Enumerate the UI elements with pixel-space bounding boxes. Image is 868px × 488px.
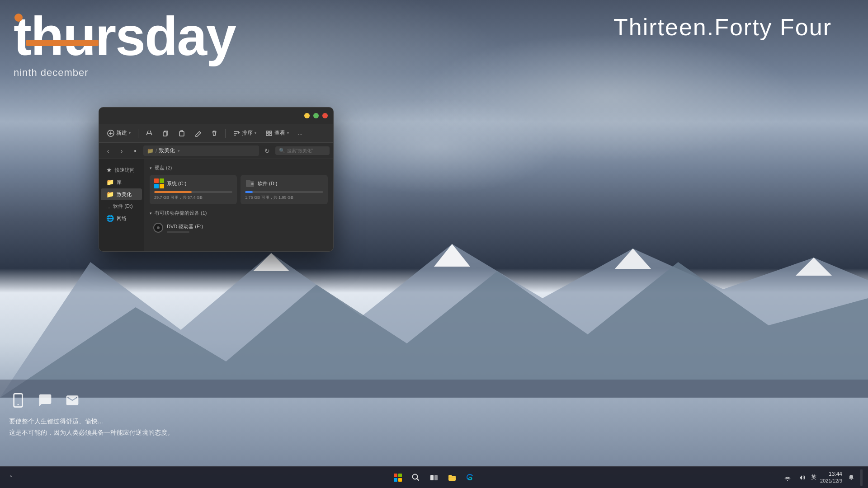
svg-rect-10 xyxy=(163,132,167,136)
clock-display[interactable]: 13:44 2021/12/9 xyxy=(820,471,842,484)
widget-icon-row xyxy=(9,391,174,409)
refresh-button[interactable]: ↻ xyxy=(262,145,273,156)
software-d-label: 软件 (D:) xyxy=(113,203,132,210)
drive-c-info: 29.7 GB 可用，共 57.4 GB xyxy=(154,195,232,201)
speaker-tray-icon[interactable] xyxy=(797,472,807,483)
drive-d-progress xyxy=(245,191,323,193)
drives-section-header: ▾ 硬盘 (2) xyxy=(150,164,328,171)
mail-widget-icon[interactable] xyxy=(63,391,81,409)
phone-widget-icon[interactable] xyxy=(9,391,27,409)
svg-rect-13 xyxy=(269,131,272,133)
notification-button[interactable] xyxy=(846,472,857,483)
paste-button[interactable] xyxy=(175,128,189,139)
network-label: 网络 xyxy=(117,215,127,222)
close-button[interactable] xyxy=(322,113,328,118)
drive-card-d[interactable]: 软件 (D:) 1.75 GB 可用，共 1.95 GB xyxy=(241,175,328,204)
more-btn-label: ... xyxy=(298,130,302,136)
toolbar: 新建 ▾ 排序 ▾ 查看 ▾ ... xyxy=(99,124,333,143)
breadcrumb-current: 致美化 xyxy=(159,147,175,155)
cut-button[interactable] xyxy=(142,128,156,139)
clock-date: 2021/12/9 xyxy=(820,478,842,484)
drive-c-fill xyxy=(154,191,192,193)
library-icon: 📁 xyxy=(106,178,114,186)
search-input[interactable] xyxy=(287,148,328,153)
beauty-icon: 📁 xyxy=(106,191,114,198)
view-btn-label: 查看 xyxy=(274,129,285,137)
sidebar-item-library[interactable]: 📁 库 xyxy=(101,176,142,188)
drive-d-icon xyxy=(245,178,255,188)
underline-decoration xyxy=(26,40,99,46)
svg-point-19 xyxy=(252,183,253,184)
beauty-label: 致美化 xyxy=(117,191,132,198)
view-chevron: ▾ xyxy=(287,131,289,135)
sort-button[interactable]: 排序 ▾ xyxy=(229,127,260,139)
drives-chevron: ▾ xyxy=(150,166,152,170)
file-explorer-window: 新建 ▾ 排序 ▾ 查看 ▾ ... xyxy=(99,107,334,252)
dvd-bar xyxy=(167,231,189,233)
drive-d-name: 软件 (D:) xyxy=(258,180,277,187)
back-button[interactable]: ‹ xyxy=(103,145,113,156)
time-display: Thirteen.Forty Four xyxy=(613,14,832,41)
svg-rect-15 xyxy=(269,134,272,136)
sidebar-item-quick-access[interactable]: ★ 快速访问 xyxy=(101,164,142,176)
new-button[interactable]: 新建 ▾ xyxy=(104,127,134,139)
delete-button[interactable] xyxy=(207,128,222,139)
sidebar-item-software-d[interactable]: ... 软件 (D:) xyxy=(101,201,142,212)
view-button[interactable]: 查看 ▾ xyxy=(262,127,292,139)
search-icon: 🔍 xyxy=(279,148,285,154)
network-tray-icon[interactable] xyxy=(782,472,793,483)
chat-widget-icon[interactable] xyxy=(36,391,54,409)
rename-button[interactable] xyxy=(191,128,205,139)
accent-dot xyxy=(14,14,23,22)
breadcrumb[interactable]: 📁 / 致美化 ▾ xyxy=(143,145,259,156)
show-desktop-button[interactable] xyxy=(860,469,863,486)
drive-d-fill xyxy=(245,191,253,193)
svg-point-23 xyxy=(787,480,788,481)
svg-rect-21 xyxy=(430,475,434,480)
drive-d-info: 1.75 GB 可用，共 1.95 GB xyxy=(245,195,323,201)
day-date-widget: thursday ninth december xyxy=(14,9,236,79)
svg-rect-11 xyxy=(179,131,184,136)
drive-c-icon xyxy=(154,178,164,188)
removable-chevron: ▾ xyxy=(150,211,152,216)
minimize-button[interactable] xyxy=(304,113,310,118)
start-button[interactable] xyxy=(390,469,406,486)
task-view-button[interactable] xyxy=(426,469,442,486)
svg-rect-12 xyxy=(266,131,269,133)
svg-rect-22 xyxy=(434,475,438,480)
copy-button[interactable] xyxy=(158,128,173,139)
sort-chevron: ▾ xyxy=(255,131,256,135)
drive-d-header: 软件 (D:) xyxy=(245,178,323,188)
search-box[interactable]: 🔍 xyxy=(275,146,330,155)
more-button[interactable]: ... xyxy=(294,128,306,138)
search-button[interactable] xyxy=(408,469,424,486)
quote-line2: 这是不可能的，因为人类必须具备一种能应付逆境的态度。 xyxy=(9,427,174,438)
file-explorer-taskbar-button[interactable] xyxy=(444,469,460,486)
sidebar-item-beauty[interactable]: 📁 致美化 xyxy=(101,188,142,200)
main-content: ▾ 硬盘 (2) 系统 ( xyxy=(144,159,333,252)
svg-rect-17 xyxy=(246,180,250,182)
time-widget: Thirteen.Forty Four xyxy=(613,14,832,41)
library-label: 库 xyxy=(117,179,122,186)
forward-button[interactable]: › xyxy=(116,145,127,156)
drive-c-header: 系统 (C:) xyxy=(154,178,232,188)
quick-access-label: 快速访问 xyxy=(115,167,135,174)
sort-btn-label: 排序 xyxy=(242,129,253,137)
maximize-button[interactable] xyxy=(313,113,319,118)
taskbar: ^ xyxy=(0,466,868,488)
sidebar-item-network[interactable]: 🌐 网络 xyxy=(101,212,142,224)
toolbar-sep-2 xyxy=(225,129,226,138)
network-icon: 🌐 xyxy=(106,215,114,222)
software-d-icon: ... xyxy=(106,204,110,209)
drive-c-progress xyxy=(154,191,232,193)
drive-card-c[interactable]: 系统 (C:) 29.7 GB 可用，共 57.4 GB xyxy=(150,175,237,204)
quick-access-icon: ★ xyxy=(106,166,112,174)
up-button[interactable]: ● xyxy=(130,145,141,156)
dvd-drive-item[interactable]: DVD 驱动器 (E:) xyxy=(150,220,328,235)
language-indicator[interactable]: 英 xyxy=(811,474,816,481)
date-display: ninth december xyxy=(14,67,236,79)
show-hidden-tray-button[interactable]: ^ xyxy=(5,472,16,483)
edge-taskbar-button[interactable] xyxy=(462,469,478,486)
new-btn-label: 新建 xyxy=(116,129,127,137)
day-text: thursday xyxy=(14,6,236,66)
